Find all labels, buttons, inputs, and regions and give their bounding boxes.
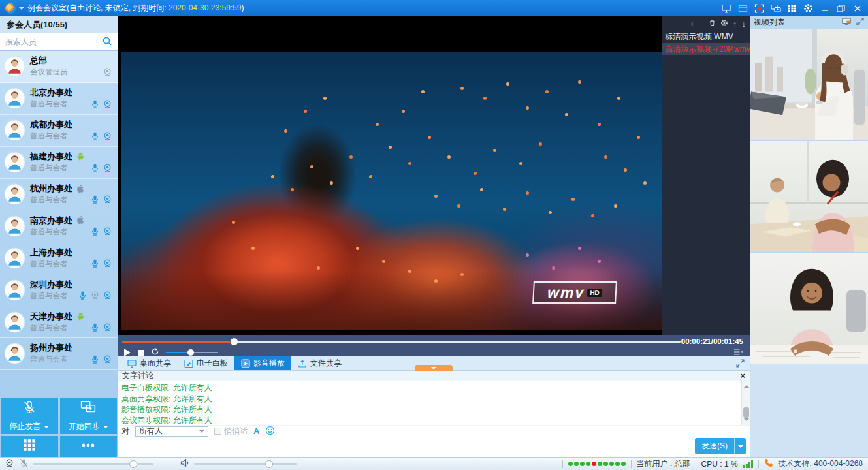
tab-label: 影音播放 xyxy=(253,358,285,369)
send-options-icon[interactable] xyxy=(735,443,746,450)
chevron-down-icon[interactable] xyxy=(19,7,24,12)
mic-icon[interactable] xyxy=(90,258,100,268)
move-down-icon[interactable]: ↓ xyxy=(742,20,747,28)
window-mode-icon[interactable] xyxy=(737,3,748,14)
notification-pull-tab[interactable] xyxy=(415,365,453,371)
participant-device-icons xyxy=(78,290,112,300)
search-input[interactable] xyxy=(5,37,99,46)
playlist-item[interactable]: 标清演示视频.WMV xyxy=(662,31,750,43)
tab-file-share[interactable]: 文件共享 xyxy=(291,356,348,370)
message-input[interactable] xyxy=(118,437,640,456)
webcam-icon[interactable] xyxy=(90,290,100,300)
start-sync-button[interactable]: 开始同步 xyxy=(60,398,118,434)
participant-row[interactable]: 北京办事处普通与会者 xyxy=(0,83,118,115)
mic-icon[interactable] xyxy=(90,99,100,109)
video-list-header: 视频列表 xyxy=(750,16,868,29)
mic-icon[interactable] xyxy=(90,227,100,236)
webcam-icon[interactable] xyxy=(103,195,112,204)
search-icon[interactable] xyxy=(102,36,112,48)
gear-icon[interactable] xyxy=(803,3,814,14)
playlist-settings-icon[interactable] xyxy=(720,19,728,28)
webcam-icon[interactable] xyxy=(103,258,112,268)
participant-row[interactable]: 成都办事处普通与会者 xyxy=(0,115,118,147)
screen-share-icon[interactable] xyxy=(721,3,732,14)
webcam-icon[interactable] xyxy=(103,163,112,173)
emoji-icon[interactable] xyxy=(265,426,275,437)
minimize-button[interactable] xyxy=(819,3,830,14)
participant-row[interactable]: 天津办事处普通与会者 xyxy=(0,306,118,338)
participant-row[interactable]: 扬州办事处普通与会者 xyxy=(0,338,118,370)
record-icon[interactable] xyxy=(754,3,765,14)
video-thumb-1[interactable] xyxy=(750,29,868,141)
seek-bar[interactable] xyxy=(122,341,681,343)
participant-row[interactable]: 福建办事处普通与会者 xyxy=(0,147,118,179)
webcam-icon[interactable] xyxy=(103,227,112,236)
chat-header: 文字讨论 × xyxy=(118,371,750,381)
move-up-icon[interactable]: ↑ xyxy=(733,20,737,28)
scroll-up-icon[interactable] xyxy=(744,383,749,388)
mic-volume-slider[interactable] xyxy=(33,463,153,465)
tab-whiteboard[interactable]: 电子白板 xyxy=(178,356,234,370)
speaker-volume-handle[interactable] xyxy=(265,460,273,468)
mic-volume-handle[interactable] xyxy=(129,460,137,468)
whisper-checkbox[interactable] xyxy=(214,428,221,435)
mic-icon[interactable] xyxy=(78,290,88,300)
video-stage[interactable]: wmv HD + − ↑ ↓ 标清演示视频.WMV高清演示视频-720P.wmv… xyxy=(118,16,750,335)
close-button[interactable] xyxy=(852,3,863,14)
fullscreen-icon[interactable] xyxy=(736,359,745,369)
speaker-icon[interactable] xyxy=(180,458,189,469)
webcam-icon[interactable] xyxy=(103,354,112,364)
speaker-volume-slider[interactable] xyxy=(194,463,297,465)
tab-desktop-share[interactable]: 桌面共享 xyxy=(121,356,178,370)
network-screens-icon[interactable] xyxy=(770,3,781,14)
participant-name: 深圳办事处 xyxy=(30,279,114,289)
mic-icon[interactable] xyxy=(90,131,100,141)
webcam-icon[interactable] xyxy=(103,67,112,77)
send-button[interactable]: 发送(S) xyxy=(695,438,746,454)
participant-row[interactable]: 上海办事处普通与会者 xyxy=(0,242,118,274)
webcam-icon[interactable] xyxy=(103,322,112,332)
webcam-icon[interactable] xyxy=(103,99,112,109)
mic-icon[interactable] xyxy=(90,163,100,173)
volume-handle[interactable] xyxy=(187,349,194,356)
maximize-button[interactable] xyxy=(835,3,846,14)
volume-slider[interactable] xyxy=(166,352,218,353)
participant-row[interactable]: 南京办事处普通与会者 xyxy=(0,210,118,242)
quality-dot-green xyxy=(603,462,608,466)
button-label: 停止发言 xyxy=(9,421,40,432)
mic-muted-icon[interactable] xyxy=(19,458,29,470)
avatar xyxy=(4,215,25,237)
mic-icon[interactable] xyxy=(90,354,100,364)
video-thumb-2[interactable] xyxy=(750,141,868,253)
participant-row[interactable]: 总部会议管理员 xyxy=(0,51,118,83)
participant-name: 福建办事处 xyxy=(30,151,114,161)
trash-icon[interactable] xyxy=(709,19,716,28)
stop-button[interactable] xyxy=(138,350,144,356)
recipient-select[interactable]: 所有人 xyxy=(135,426,208,437)
webcam-icon[interactable] xyxy=(103,131,112,141)
font-style-icon[interactable]: A xyxy=(253,426,259,436)
participant-name: 扬州办事处 xyxy=(30,343,114,352)
chat-close-icon[interactable]: × xyxy=(740,371,745,380)
tab-media-playback[interactable]: 影音播放 xyxy=(234,356,291,370)
stop-speaking-button[interactable]: 停止发言 xyxy=(1,398,58,434)
participant-row[interactable]: 杭州办事处普通与会者 xyxy=(0,179,118,211)
seek-handle[interactable] xyxy=(231,338,238,345)
webcam-status-icon[interactable] xyxy=(5,458,14,470)
whisper-option[interactable]: 悄悄话 xyxy=(214,426,248,437)
participant-row[interactable]: 深圳办事处普通与会者 xyxy=(0,274,118,306)
mic-icon[interactable] xyxy=(90,195,100,204)
webcam-icon[interactable] xyxy=(103,290,112,300)
expand-panel-icon[interactable] xyxy=(856,18,864,27)
display-grid-icon[interactable] xyxy=(786,3,797,14)
monitor-icon[interactable] xyxy=(842,18,851,27)
add-media-icon[interactable]: + xyxy=(690,20,695,28)
remove-media-icon[interactable]: − xyxy=(699,20,704,28)
video-thumb-3[interactable] xyxy=(750,253,868,364)
playlist-item[interactable]: 高清演示视频-720P.wmv删除 xyxy=(662,43,750,55)
scroll-thumb[interactable] xyxy=(743,407,749,418)
chat-scrollbar[interactable] xyxy=(741,381,750,425)
scroll-down-icon[interactable] xyxy=(744,418,749,424)
mic-icon[interactable] xyxy=(90,322,100,332)
play-button[interactable] xyxy=(124,349,131,356)
